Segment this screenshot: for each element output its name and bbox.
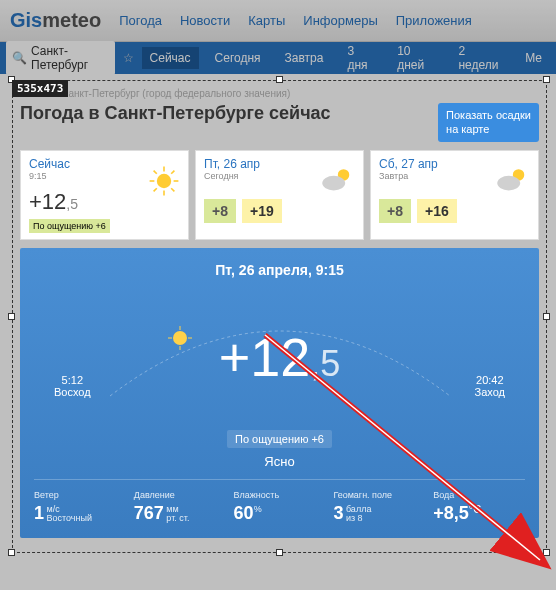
nav-maps[interactable]: Карты — [248, 13, 285, 28]
search-icon: 🔍 — [12, 51, 27, 65]
logo[interactable]: Gismeteo — [10, 9, 101, 32]
size-label: 535x473 — [12, 80, 68, 97]
nav-apps[interactable]: Приложения — [396, 13, 472, 28]
resize-handle[interactable] — [543, 549, 550, 556]
favorite-icon[interactable]: ☆ — [123, 51, 134, 65]
tab-2weeks[interactable]: 2 недели — [450, 40, 509, 76]
tab-now[interactable]: Сейчас — [142, 47, 199, 69]
top-header: Gismeteo Погода Новости Карты Информеры … — [0, 0, 556, 42]
nav-informers[interactable]: Информеры — [303, 13, 377, 28]
resize-handle[interactable] — [276, 76, 283, 83]
tab-today[interactable]: Сегодня — [207, 47, 269, 69]
nav-weather[interactable]: Погода — [119, 13, 162, 28]
search-city: Санкт-Петербург — [31, 44, 109, 72]
tab-3days[interactable]: 3 дня — [339, 40, 381, 76]
search-input[interactable]: 🔍 Санкт-Петербург — [6, 41, 115, 75]
resize-handle[interactable] — [8, 313, 15, 320]
resize-handle[interactable] — [543, 313, 550, 320]
search-bar: 🔍 Санкт-Петербург ☆ Сейчас Сегодня Завтр… — [0, 42, 556, 74]
selection-rect[interactable] — [12, 80, 547, 553]
tab-tomorrow[interactable]: Завтра — [277, 47, 332, 69]
tab-month[interactable]: Ме — [517, 47, 550, 69]
nav-news[interactable]: Новости — [180, 13, 230, 28]
resize-handle[interactable] — [8, 549, 15, 556]
tab-10days[interactable]: 10 дней — [389, 40, 442, 76]
resize-handle[interactable] — [543, 76, 550, 83]
resize-handle[interactable] — [276, 549, 283, 556]
